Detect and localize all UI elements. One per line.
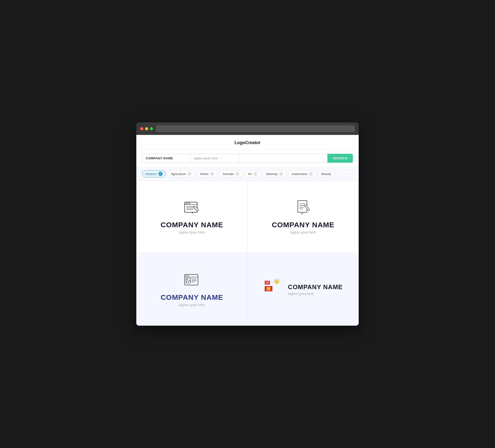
search-bar: SEARCH <box>136 149 359 167</box>
app-header: LogoCreator <box>136 135 359 149</box>
filter-chip-attorney[interactable]: Attorney ✓ <box>263 170 286 178</box>
svg-line-32 <box>274 280 275 280</box>
logo-card-1[interactable]: COMPANY NAME tagline goes here <box>136 181 248 253</box>
address-bar[interactable] <box>156 125 355 132</box>
svg-marker-18 <box>302 213 303 214</box>
filter-label-automotive: Automotive <box>291 172 307 176</box>
filter-check-abstract: ✓ <box>158 172 163 176</box>
company-name-2: COMPANY NAME <box>272 221 334 229</box>
logo-icon-1 <box>183 199 200 216</box>
tagline-3: tagline goes here <box>179 303 205 307</box>
company-name-1: COMPANY NAME <box>161 221 223 229</box>
logo-icon-4: ♪ <box>263 278 284 296</box>
svg-point-4 <box>189 203 190 204</box>
filter-label-art: Art <box>248 172 252 176</box>
filter-bar: Abstract ✓ Agriculture ✓ Airline ✓ Anima… <box>136 167 359 181</box>
maximize-button[interactable] <box>150 127 153 130</box>
svg-line-31 <box>279 280 279 280</box>
filter-check-agriculture: ✓ <box>187 172 192 176</box>
svg-rect-41 <box>271 286 272 291</box>
filter-check-art: ✓ <box>253 172 258 176</box>
close-button[interactable] <box>140 127 143 130</box>
svg-point-2 <box>186 203 187 204</box>
filter-chip-automotive[interactable]: Automotive ✓ <box>288 170 316 178</box>
svg-point-24 <box>187 279 188 280</box>
filter-check-airline: ✓ <box>210 172 214 176</box>
filter-label-animals: Animals <box>223 172 234 176</box>
svg-point-3 <box>187 203 188 204</box>
filter-chip-agriculture[interactable]: Agriculture ✓ <box>168 170 195 178</box>
filter-check-automotive: ✓ <box>309 172 313 176</box>
tagline-1: tagline goes here <box>179 230 205 234</box>
extra-input[interactable] <box>239 154 328 163</box>
company-name-4: COMPANY NAME <box>288 283 343 291</box>
logo-icon-3 <box>183 272 200 289</box>
filter-label-agriculture: Agriculture <box>171 172 186 176</box>
minimize-button[interactable] <box>145 127 148 130</box>
filter-label-abstract: Abstract <box>145 172 157 176</box>
app-title: LogoCreator <box>234 140 261 145</box>
svg-point-37 <box>267 282 268 283</box>
company-name-input[interactable] <box>142 154 191 163</box>
filter-chip-abstract[interactable]: Abstract ✓ <box>142 170 166 178</box>
logo-card-4[interactable]: ♪ COMPANY NAME tagline goes here <box>248 253 359 326</box>
svg-rect-40 <box>265 286 266 291</box>
company-name-3: COMPANY NAME <box>161 293 223 301</box>
filter-label-airline: Airline <box>200 172 209 176</box>
filter-next-button[interactable]: → <box>346 170 353 177</box>
tagline-input[interactable] <box>191 154 239 163</box>
tagline-4: tagline goes here <box>288 292 314 296</box>
logo-card-3[interactable]: COMPANY NAME tagline goes here <box>136 253 248 326</box>
traffic-lights <box>140 127 153 130</box>
app-content: LogoCreator SEARCH Abstract ✓ Agricultur… <box>136 135 359 326</box>
filter-check-attorney: ✓ <box>279 172 283 176</box>
svg-text:♪: ♪ <box>268 287 269 290</box>
svg-point-22 <box>188 275 189 276</box>
search-button[interactable]: SEARCH <box>328 154 353 163</box>
filter-chip-art[interactable]: Art ✓ <box>245 170 261 178</box>
logo-card-2[interactable]: COMPANY NAME tagline goes here <box>248 181 359 253</box>
tagline-2: tagline goes here <box>290 230 316 234</box>
browser-window: LogoCreator SEARCH Abstract ✓ Agricultur… <box>136 122 359 326</box>
filter-chip-animals[interactable]: Animals ✓ <box>220 170 243 178</box>
filter-chip-airline[interactable]: Airline ✓ <box>197 170 218 178</box>
logo-grid: COMPANY NAME tagline goes here <box>136 181 359 326</box>
logo-icon-2 <box>295 199 312 216</box>
logo-text-group-4: COMPANY NAME tagline goes here <box>288 283 343 296</box>
filter-check-animals: ✓ <box>235 172 240 176</box>
filter-chip-beauty[interactable]: Beauty <box>318 171 334 177</box>
filter-label-beauty: Beauty <box>321 172 331 176</box>
browser-chrome <box>136 122 359 135</box>
svg-point-38 <box>268 281 269 282</box>
svg-point-21 <box>186 275 187 276</box>
filter-label-attorney: Attorney <box>266 172 277 176</box>
svg-rect-8 <box>193 206 199 211</box>
